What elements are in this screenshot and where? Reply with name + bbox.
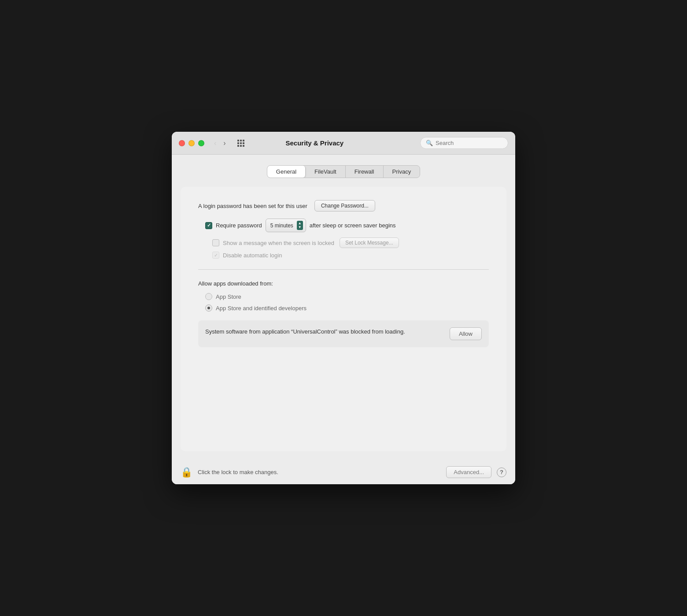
titlebar: ‹ › Security & Privacy 🔍 xyxy=(172,132,515,155)
require-password-checkbox[interactable]: ✓ xyxy=(205,222,212,229)
bottom-bar: 🔒 Click the lock to make changes. Advanc… xyxy=(172,460,515,484)
app-store-identified-radio[interactable] xyxy=(205,304,212,312)
tab-filevault[interactable]: FileVault xyxy=(306,166,346,178)
tab-group: General FileVault Firewall Privacy xyxy=(267,165,420,178)
dropdown-value: 5 minutes xyxy=(270,223,293,229)
allow-apps-label: Allow apps downloaded from: xyxy=(198,280,489,287)
minimize-button[interactable] xyxy=(188,140,195,146)
advanced-button[interactable]: Advanced... xyxy=(446,466,491,478)
disable-login-row: ✓ Disable automatic login xyxy=(212,252,489,259)
app-store-radio[interactable] xyxy=(205,293,212,300)
content-area: General FileVault Firewall Privacy A log… xyxy=(172,155,515,460)
app-store-identified-label: App Store and identified developers xyxy=(216,305,307,312)
settings-panel: A login password has been set for this u… xyxy=(181,187,506,451)
help-button[interactable]: ? xyxy=(497,468,506,477)
app-store-radio-row: App Store xyxy=(205,293,489,300)
tab-privacy[interactable]: Privacy xyxy=(384,166,420,178)
dropdown-arrows-icon: ▲ ▼ xyxy=(297,221,303,230)
checkmark-icon: ✓ xyxy=(207,223,211,228)
lock-message-checkbox[interactable] xyxy=(212,239,219,246)
require-password-row: ✓ Require password 5 minutes ▲ ▼ after s… xyxy=(205,219,489,232)
disable-login-label: Disable automatic login xyxy=(223,252,282,259)
set-lock-message-button[interactable]: Set Lock Message... xyxy=(340,237,399,248)
radio-dot-icon xyxy=(207,307,210,309)
checkmark-disabled-icon: ✓ xyxy=(214,252,218,258)
disable-login-checkbox[interactable]: ✓ xyxy=(212,252,219,259)
blocked-software-row: System software from application “Univer… xyxy=(198,320,489,347)
after-sleep-label: after sleep or screen saver begins xyxy=(310,222,396,229)
lock-text: Click the lock to make changes. xyxy=(198,469,441,475)
change-password-button[interactable]: Change Password... xyxy=(314,200,375,212)
tab-firewall[interactable]: Firewall xyxy=(346,166,384,178)
window-title: Security & Privacy xyxy=(214,139,415,147)
close-button[interactable] xyxy=(179,140,185,146)
password-row: A login password has been set for this u… xyxy=(198,200,489,212)
main-window: ‹ › Security & Privacy 🔍 General FileVau… xyxy=(172,132,515,484)
maximize-button[interactable] xyxy=(198,140,204,146)
password-delay-dropdown[interactable]: 5 minutes ▲ ▼ xyxy=(266,219,306,232)
lock-icon[interactable]: 🔒 xyxy=(181,467,192,478)
lock-message-label: Show a message when the screen is locked xyxy=(223,240,334,246)
login-password-label: A login password has been set for this u… xyxy=(198,203,307,209)
tab-general[interactable]: General xyxy=(267,166,306,178)
lock-message-row: Show a message when the screen is locked… xyxy=(212,237,489,248)
search-icon: 🔍 xyxy=(426,140,433,146)
allow-button[interactable]: Allow xyxy=(450,327,482,340)
search-box[interactable]: 🔍 xyxy=(420,137,508,149)
arrow-down-icon: ▼ xyxy=(298,226,302,229)
require-password-label: Require password xyxy=(216,222,262,229)
blocked-software-text: System software from application “Univer… xyxy=(205,327,443,336)
traffic-lights xyxy=(179,140,204,146)
app-store-identified-radio-row: App Store and identified developers xyxy=(205,304,489,312)
app-store-label: App Store xyxy=(216,293,241,300)
search-input[interactable] xyxy=(436,140,502,146)
divider xyxy=(198,269,489,270)
arrow-up-icon: ▲ xyxy=(298,222,302,225)
tab-bar: General FileVault Firewall Privacy xyxy=(181,165,506,178)
